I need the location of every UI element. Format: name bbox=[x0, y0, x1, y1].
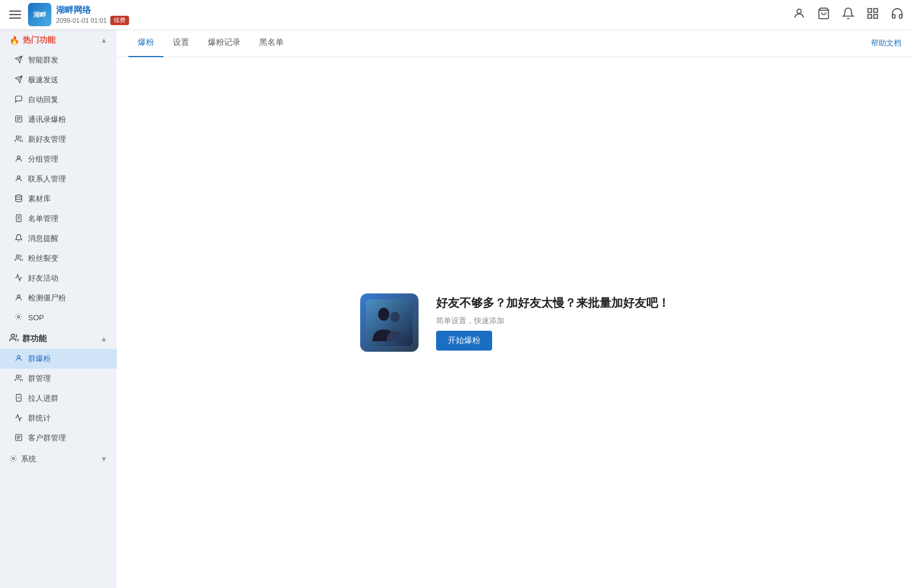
promo-subtitle: 简单设置，快速添加 bbox=[436, 316, 670, 326]
svg-point-23 bbox=[18, 295, 20, 298]
user-icon[interactable] bbox=[793, 7, 806, 23]
hot-section-label: 热门功能 bbox=[23, 35, 55, 46]
topbar: 湖畔 湖畔网络 2099-01-01 01:01 续费 bbox=[0, 0, 913, 29]
hot-menu-item-contacts-explode[interactable]: 通讯录爆粉 bbox=[0, 110, 117, 130]
hot-menu-item-contacts-manage[interactable]: 联系人管理 bbox=[0, 169, 117, 189]
stats-icon bbox=[14, 414, 23, 424]
system-section-label: 系统 bbox=[21, 454, 36, 464]
promo-text: 好友不够多？加好友太慢？来批量加好友吧！ 简单设置，快速添加 开始爆粉 bbox=[436, 295, 670, 351]
hot-menu-item-message-remind[interactable]: 消息提醒 bbox=[0, 229, 117, 249]
menu-label: 群统计 bbox=[28, 413, 51, 424]
fast-send-icon bbox=[14, 75, 23, 85]
logo-area: 湖畔 湖畔网络 2099-01-01 01:01 续费 bbox=[28, 3, 129, 26]
main-layout: 🔥 热门功能 ▲ 智能群发 极速发送 自动回复 bbox=[0, 29, 913, 588]
hot-menu-item-fans-split[interactable]: 粉丝裂变 bbox=[0, 249, 117, 268]
tab-settings[interactable]: 设置 bbox=[163, 29, 198, 57]
help-link[interactable]: 帮助文档 bbox=[871, 38, 901, 48]
tab-fans[interactable]: 爆粉 bbox=[128, 29, 163, 57]
hot-menu-item-list-manage[interactable]: 名单管理 bbox=[0, 209, 117, 229]
promo-card: 好友不够多？加好友太慢？来批量加好友吧！ 简单设置，快速添加 开始爆粉 bbox=[360, 293, 670, 352]
hot-menu-item-detect-zombie[interactable]: 检测僵尸粉 bbox=[0, 288, 117, 308]
logo-meta: 2099-01-01 01:01 续费 bbox=[56, 16, 129, 25]
hot-section-header[interactable]: 🔥 热门功能 ▲ bbox=[0, 29, 117, 50]
hot-menu-item-friends-activity[interactable]: 好友活动 bbox=[0, 268, 117, 288]
renew-button[interactable]: 续费 bbox=[110, 16, 129, 25]
headset-icon[interactable] bbox=[891, 7, 904, 23]
group-section-header[interactable]: 群功能 ▲ bbox=[0, 327, 117, 349]
menu-label: 名单管理 bbox=[28, 214, 58, 224]
start-fans-button[interactable]: 开始爆粉 bbox=[436, 331, 492, 351]
menu-label: 客户群管理 bbox=[28, 433, 66, 443]
new-friends-icon bbox=[14, 135, 23, 145]
sidebar-item-customer-group[interactable]: 客户群管理 bbox=[0, 428, 117, 448]
svg-point-30 bbox=[18, 355, 20, 358]
contacts-icon bbox=[14, 115, 23, 125]
group-section-label: 群功能 bbox=[22, 334, 47, 344]
bell-menu-icon bbox=[14, 234, 23, 244]
activity-icon bbox=[14, 274, 23, 284]
logo-title: 湖畔网络 bbox=[56, 5, 129, 16]
sidebar-item-group-stats[interactable]: 群统计 bbox=[0, 408, 117, 428]
hot-menu-item-sop[interactable]: SOP bbox=[0, 308, 117, 327]
sidebar: 🔥 热门功能 ▲ 智能群发 极速发送 自动回复 bbox=[0, 29, 117, 588]
svg-rect-4 bbox=[868, 14, 872, 18]
svg-point-15 bbox=[18, 156, 20, 159]
menu-label: 自动回复 bbox=[28, 94, 58, 105]
topbar-right bbox=[793, 7, 904, 23]
system-section-header[interactable]: 系统 ▼ bbox=[0, 448, 117, 469]
menu-label: 通讯录爆粉 bbox=[28, 114, 66, 125]
sidebar-item-pull-join[interactable]: 拉人进群 bbox=[0, 388, 117, 408]
svg-rect-3 bbox=[874, 8, 877, 12]
topbar-left: 湖畔 湖畔网络 2099-01-01 01:01 续费 bbox=[9, 3, 793, 26]
svg-point-17 bbox=[16, 195, 22, 197]
svg-rect-5 bbox=[874, 14, 877, 18]
system-chevron-icon: ▼ bbox=[100, 455, 107, 463]
zombie-icon bbox=[14, 293, 23, 303]
menu-label: 群爆粉 bbox=[28, 354, 51, 364]
menu-toggle[interactable] bbox=[9, 10, 21, 19]
hot-chevron-icon: ▲ bbox=[100, 36, 107, 44]
svg-point-41 bbox=[378, 307, 389, 320]
menu-label: 素材库 bbox=[28, 194, 51, 204]
menu-label: 粉丝裂变 bbox=[28, 253, 58, 264]
svg-point-14 bbox=[16, 135, 19, 138]
fire-icon: 🔥 bbox=[9, 36, 19, 45]
svg-point-31 bbox=[16, 374, 19, 377]
svg-point-24 bbox=[18, 316, 20, 318]
group-manage-icon bbox=[14, 374, 23, 384]
group-section-icon bbox=[9, 333, 19, 344]
hot-menu-item-group-manage[interactable]: 分组管理 bbox=[0, 149, 117, 169]
content-tabs: 爆粉 设置 爆粉记录 黑名单 帮助文档 bbox=[117, 29, 913, 57]
hot-menu-item-new-friends[interactable]: 新好友管理 bbox=[0, 130, 117, 149]
svg-point-22 bbox=[16, 254, 19, 257]
apps-icon[interactable] bbox=[866, 7, 879, 23]
group-fans-icon bbox=[14, 354, 23, 364]
cart-icon[interactable] bbox=[817, 7, 830, 23]
menu-label: 好友活动 bbox=[28, 273, 58, 284]
menu-label: 消息提醒 bbox=[28, 233, 58, 244]
svg-point-42 bbox=[391, 312, 400, 323]
menu-label: 联系人管理 bbox=[28, 174, 66, 184]
bell-icon[interactable] bbox=[842, 7, 855, 23]
svg-point-16 bbox=[18, 176, 20, 178]
pull-join-icon bbox=[14, 394, 23, 404]
hot-menu-item-fast-send[interactable]: 极速发送 bbox=[0, 70, 117, 90]
tab-fans-records[interactable]: 爆粉记录 bbox=[198, 29, 250, 57]
sidebar-item-group-fans[interactable]: 群爆粉 bbox=[0, 349, 117, 369]
svg-point-39 bbox=[12, 457, 15, 460]
menu-label: 新好友管理 bbox=[28, 134, 66, 145]
logo-image: 湖畔 bbox=[28, 3, 51, 26]
menu-label: 检测僵尸粉 bbox=[28, 293, 66, 303]
materials-icon bbox=[14, 194, 23, 204]
content-body: 好友不够多？加好友太慢？来批量加好友吧！ 简单设置，快速添加 开始爆粉 bbox=[117, 57, 913, 588]
send-icon bbox=[14, 55, 23, 65]
group-icon bbox=[14, 155, 23, 164]
hot-menu-item-materials[interactable]: 素材库 bbox=[0, 189, 117, 209]
promo-image bbox=[360, 293, 419, 352]
fans-icon bbox=[14, 254, 23, 264]
datetime-label: 2099-01-01 01:01 bbox=[56, 17, 107, 24]
hot-menu-item-auto-reply[interactable]: 自动回复 bbox=[0, 90, 117, 110]
sidebar-item-group-manage[interactable]: 群管理 bbox=[0, 369, 117, 388]
tab-blacklist[interactable]: 黑名单 bbox=[250, 29, 293, 57]
hot-menu-item-smart-group-send[interactable]: 智能群发 bbox=[0, 50, 117, 70]
